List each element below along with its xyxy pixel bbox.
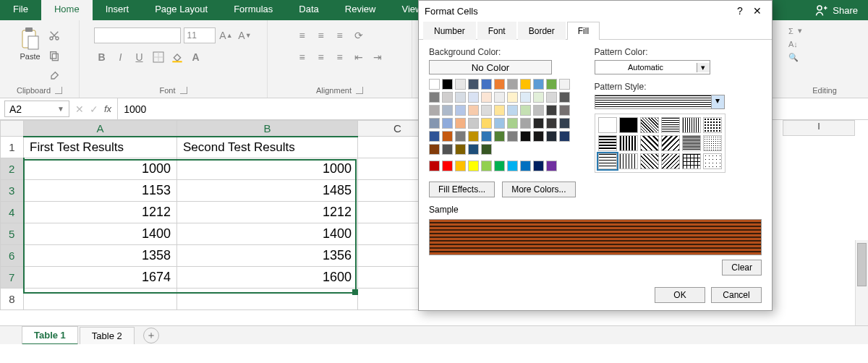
cell-A6[interactable]: 1358 <box>24 245 177 267</box>
ribbon-tab-file[interactable]: File <box>0 0 41 20</box>
new-sheet-button[interactable]: ＋ <box>143 328 159 343</box>
ribbon-tab-data[interactable]: Data <box>286 0 331 20</box>
sheet-tab-table2[interactable]: Table 2 <box>80 327 135 344</box>
cell-A2[interactable]: 1000 <box>24 158 177 180</box>
dialog-tab-font[interactable]: Font <box>477 22 516 40</box>
color-swatch[interactable] <box>494 131 505 142</box>
pattern-swatch[interactable] <box>682 153 701 169</box>
font-name-select[interactable] <box>94 27 181 43</box>
color-swatch[interactable] <box>559 118 570 129</box>
pattern-swatch[interactable] <box>703 135 722 151</box>
align-right-button[interactable]: ≡ <box>332 49 348 65</box>
cancel-formula-button[interactable]: ✕ <box>75 103 84 115</box>
color-swatch[interactable] <box>481 118 492 129</box>
color-swatch[interactable] <box>429 92 440 103</box>
color-swatch[interactable] <box>468 105 479 116</box>
color-swatch[interactable] <box>468 131 479 142</box>
color-swatch[interactable] <box>481 161 492 171</box>
color-swatch[interactable] <box>481 92 492 103</box>
grow-font-button[interactable]: A▲ <box>218 27 234 43</box>
color-swatch[interactable] <box>429 161 440 171</box>
ribbon-tab-insert[interactable]: Insert <box>93 0 142 20</box>
color-swatch[interactable] <box>455 105 466 116</box>
color-swatch[interactable] <box>468 161 479 171</box>
color-swatch[interactable] <box>494 118 505 129</box>
row-header-2[interactable]: 2 <box>1 158 24 180</box>
color-swatch[interactable] <box>468 144 479 155</box>
decrease-indent-button[interactable]: ⇤ <box>351 49 367 65</box>
color-swatch[interactable] <box>507 79 518 90</box>
color-swatch[interactable] <box>507 118 518 129</box>
select-all-corner[interactable] <box>1 121 24 137</box>
row-header-3[interactable]: 3 <box>1 180 24 202</box>
borders-button[interactable] <box>150 49 166 65</box>
color-swatch[interactable] <box>442 161 453 171</box>
color-swatch[interactable] <box>442 144 453 155</box>
color-swatch[interactable] <box>429 105 440 116</box>
color-swatch[interactable] <box>546 105 557 116</box>
cell-B1[interactable]: Second Test Results <box>177 137 358 158</box>
find-select-button[interactable]: 🔍 <box>788 53 799 62</box>
color-swatch[interactable] <box>533 161 544 171</box>
sheet-tab-table1[interactable]: Table 1 <box>22 326 78 345</box>
color-swatch[interactable] <box>520 118 531 129</box>
color-swatch[interactable] <box>559 105 570 116</box>
format-painter-button[interactable] <box>46 68 62 84</box>
ok-button[interactable]: OK <box>655 287 705 303</box>
color-swatch[interactable] <box>507 105 518 116</box>
color-swatch[interactable] <box>533 92 544 103</box>
color-swatch[interactable] <box>455 118 466 129</box>
cell-A8[interactable] <box>24 289 177 310</box>
copy-button[interactable] <box>46 48 62 64</box>
cell-B2[interactable]: 1000 <box>177 158 358 180</box>
color-swatch[interactable] <box>559 92 570 103</box>
paste-button[interactable]: Paste <box>17 23 43 84</box>
dialog-help-button[interactable]: ? <box>731 5 749 17</box>
cell-B8[interactable] <box>177 289 358 310</box>
align-center-button[interactable]: ≡ <box>313 49 329 65</box>
align-left-button[interactable]: ≡ <box>294 49 310 65</box>
color-swatch[interactable] <box>494 105 505 116</box>
color-swatch[interactable] <box>442 131 453 142</box>
pattern-swatch[interactable] <box>703 153 722 169</box>
color-swatch[interactable] <box>481 144 492 155</box>
color-swatch[interactable] <box>546 131 557 142</box>
color-swatch[interactable] <box>442 79 453 90</box>
color-swatch[interactable] <box>455 161 466 171</box>
color-swatch[interactable] <box>494 79 505 90</box>
color-swatch[interactable] <box>559 79 570 90</box>
ribbon-tab-home[interactable]: Home <box>41 0 93 20</box>
clipboard-dialog-launcher[interactable] <box>55 87 62 94</box>
cell-A5[interactable]: 1400 <box>24 223 177 245</box>
color-swatch[interactable] <box>494 161 505 171</box>
more-colors-button[interactable]: More Colors... <box>502 182 575 197</box>
col-header-i[interactable]: I <box>783 120 855 136</box>
color-swatch[interactable] <box>468 92 479 103</box>
pattern-swatch[interactable] <box>598 153 617 169</box>
pattern-swatch[interactable] <box>640 153 659 169</box>
cell-B7[interactable]: 1600 <box>177 267 358 289</box>
fill-color-button[interactable] <box>169 49 185 65</box>
row-header-8[interactable]: 8 <box>1 289 24 310</box>
underline-button[interactable]: U <box>132 49 148 65</box>
color-swatch[interactable] <box>494 92 505 103</box>
color-swatch[interactable] <box>468 79 479 90</box>
color-swatch[interactable] <box>442 105 453 116</box>
fill-effects-button[interactable]: Fill Effects... <box>429 182 495 197</box>
row-header-6[interactable]: 6 <box>1 245 24 267</box>
scroll-thumb[interactable] <box>857 243 867 286</box>
autosum-button[interactable]: Σ ▾ <box>788 26 802 35</box>
color-swatch[interactable] <box>507 92 518 103</box>
color-swatch[interactable] <box>507 161 518 171</box>
dialog-tab-fill[interactable]: Fill <box>567 22 600 40</box>
align-top-button[interactable]: ≡ <box>294 27 310 43</box>
cell-B5[interactable]: 1400 <box>177 223 358 245</box>
color-swatch[interactable] <box>455 144 466 155</box>
dialog-tab-number[interactable]: Number <box>423 22 476 40</box>
sort-filter-button[interactable]: A↓ <box>788 40 798 48</box>
color-swatch[interactable] <box>481 105 492 116</box>
col-header-a[interactable]: A <box>24 121 177 137</box>
clear-button[interactable]: Clear <box>722 260 762 276</box>
color-swatch[interactable] <box>546 79 557 90</box>
color-swatch[interactable] <box>546 161 557 171</box>
